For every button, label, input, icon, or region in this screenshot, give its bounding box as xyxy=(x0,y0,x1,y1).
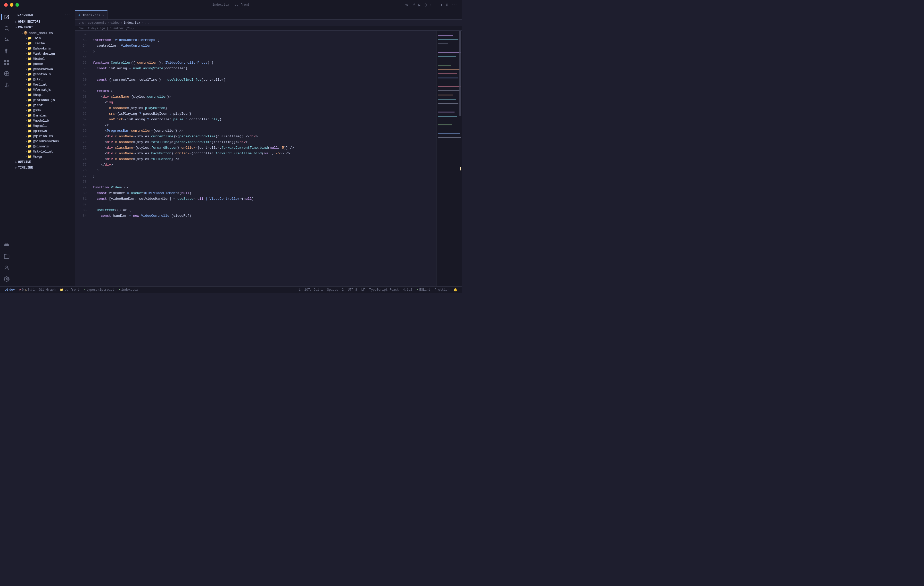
csstools-icon: 📁 xyxy=(28,72,32,76)
tree-cache[interactable]: ▶ 📁 .cache xyxy=(13,41,75,46)
explorer-title: EXPLORER xyxy=(18,13,33,16)
minimize-button[interactable] xyxy=(10,3,13,7)
status-eol[interactable]: LF xyxy=(359,286,367,293)
npmcli-icon: 📁 xyxy=(28,124,32,128)
open-editors-label: OPEN EDITORS xyxy=(18,20,40,24)
activity-files[interactable] xyxy=(2,251,12,262)
svg-rect-30 xyxy=(459,31,461,116)
tree-bin[interactable]: ▶ 📁 .bin xyxy=(13,36,75,41)
sidebar-more-icon[interactable]: ··· xyxy=(64,13,71,17)
tree-jest[interactable]: ▶ 📁 @jest xyxy=(13,102,75,108)
tree-ahooksjs[interactable]: ▶ 📁 @ahooksjs xyxy=(13,46,75,51)
outline-label: OUTLINE xyxy=(18,160,31,164)
tree-sindresorhus[interactable]: ▶ 📁 @sindresorhus xyxy=(13,139,75,144)
status-errors[interactable]: ⊗ 0 ⚠ 0 ℹ 1 xyxy=(17,286,37,293)
sidebar-section-timeline[interactable]: ▶ TIMELINE xyxy=(13,165,75,171)
status-branch[interactable]: ⎇ dev xyxy=(3,286,17,293)
tree-pmmmwh[interactable]: ▶ 📁 @pmmmwh xyxy=(13,128,75,133)
status-ts-version[interactable]: 4.1.2 xyxy=(401,286,414,293)
svg-rect-14 xyxy=(438,52,461,53)
tree-istanbuljs[interactable]: ▶ 📁 @istanbuljs xyxy=(13,97,75,102)
status-position[interactable]: Ln 107, Col 1 xyxy=(297,286,325,293)
tree-ctrl[interactable]: ▶ 📁 @ctrl xyxy=(13,77,75,82)
tree-stylelint[interactable]: ▶ 📁 @stylelint xyxy=(13,149,75,154)
code-editor[interactable]: interface IVideoControllerProps { contro… xyxy=(89,31,436,286)
sidebar-header: EXPLORER ··· xyxy=(13,10,75,19)
status-typescript-check[interactable]: ✓ typescriptreact xyxy=(81,286,116,293)
activity-docker[interactable] xyxy=(2,240,12,250)
code-line-62: return ( xyxy=(93,88,436,94)
tree-mdn[interactable]: ▶ 📁 @mdn xyxy=(13,108,75,113)
more-actions-icon[interactable]: ··· xyxy=(451,3,458,7)
svg-rect-5 xyxy=(7,63,9,65)
maximize-button[interactable] xyxy=(15,3,19,7)
code-line-67: onClick={isPlaying ? controller.pause : … xyxy=(93,117,436,122)
breadcrumb-src[interactable]: src xyxy=(78,21,84,25)
activity-anchor[interactable] xyxy=(2,80,12,90)
activity-settings[interactable] xyxy=(2,274,12,284)
split-editor-icon[interactable]: ⧉ xyxy=(446,3,448,7)
status-file-check[interactable]: ✓ index.tsx xyxy=(116,286,140,293)
activity-run-debug[interactable] xyxy=(2,46,12,56)
tree-sinonjs[interactable]: ▶ 📁 @sinonjs xyxy=(13,144,75,149)
tree-nodelib[interactable]: ▶ 📁 @nodelib xyxy=(13,118,75,123)
tree-node-modules[interactable]: ▶ 📦 node_modules xyxy=(13,30,75,36)
status-bell[interactable]: 🔔 xyxy=(451,286,459,293)
sidebar-section-open-editors[interactable]: ▶ OPEN EDITORS xyxy=(13,19,75,25)
run-icon[interactable]: ▶ xyxy=(418,3,421,7)
tab-bar: ◈ index.tsx ✕ xyxy=(75,10,462,20)
activity-account[interactable] xyxy=(2,263,12,273)
istanbuljs-icon: 📁 xyxy=(28,98,32,102)
tree-formatjs[interactable]: ▶ 📁 @formatjs xyxy=(13,87,75,92)
status-git-graph[interactable]: Git Graph xyxy=(37,286,58,293)
sidebar-content[interactable]: ▶ OPEN EDITORS ▶ CO-FRONT ▶ 📦 node_modul… xyxy=(13,19,75,286)
sidebar-section-outline[interactable]: ▶ OUTLINE xyxy=(13,159,75,165)
tree-babel[interactable]: ▶ 📁 @babel xyxy=(13,56,75,61)
back-nav-icon[interactable]: ← xyxy=(430,3,432,7)
breadcrumb-file[interactable]: index.tsx xyxy=(124,21,140,25)
status-remote-folder[interactable]: 📁 co-front xyxy=(58,286,82,293)
download-icon[interactable]: ⬇ xyxy=(441,3,442,7)
editor-wrapper: You, 2 days ago | 1 author (You) 52 53 5… xyxy=(75,26,462,286)
status-eslint[interactable]: ✓ ESLint xyxy=(414,286,432,293)
history-icon[interactable]: ⟲ xyxy=(405,3,408,7)
tree-svgr[interactable]: ▶ 📁 @svgr xyxy=(13,154,75,159)
breadcrumb-sep-2: › xyxy=(107,21,109,25)
activity-search[interactable] xyxy=(2,23,12,33)
spaces-text: Spaces: 2 xyxy=(327,288,344,292)
breadcrumb-video[interactable]: video xyxy=(111,21,120,25)
tab-index-tsx[interactable]: ◈ index.tsx ✕ xyxy=(75,10,107,19)
tree-ant-design[interactable]: ▶ 📁 @ant-design xyxy=(13,51,75,56)
code-line-81: const [videoHandler, setVideoHandler] = … xyxy=(93,196,436,202)
tree-bcoe[interactable]: ▶ 📁 @bcoe xyxy=(13,61,75,66)
status-encoding[interactable]: UTF-8 xyxy=(346,286,359,293)
tree-npmcli[interactable]: ▶ 📁 @npmcli xyxy=(13,123,75,128)
tree-cnakazawa[interactable]: ▶ 📁 @cnakazawa xyxy=(13,66,75,72)
activity-extensions[interactable] xyxy=(2,57,12,67)
status-spaces[interactable]: Spaces: 2 xyxy=(325,286,346,293)
tree-hapi[interactable]: ▶ 📁 @hapi xyxy=(13,92,75,97)
code-line-78 xyxy=(93,179,436,185)
debug-icon[interactable]: ⬡ xyxy=(424,3,427,7)
activity-remote[interactable] xyxy=(2,69,12,79)
activity-source-control[interactable] xyxy=(2,35,12,45)
tree-mrmlnc[interactable]: ▶ 📁 @mrmlnc xyxy=(13,113,75,118)
minimap[interactable] xyxy=(436,31,462,286)
branch-icon[interactable]: ⎇ xyxy=(411,3,415,7)
sidebar-section-co-front[interactable]: ▶ CO-FRONT xyxy=(13,25,75,30)
tree-qixian[interactable]: ▶ 📁 @qixian.cs xyxy=(13,133,75,139)
close-button[interactable] xyxy=(4,3,8,7)
status-prettier[interactable]: Prettier xyxy=(432,286,451,293)
status-language[interactable]: TypeScript React xyxy=(367,286,401,293)
breadcrumb-components[interactable]: components xyxy=(88,21,106,25)
code-line-82 xyxy=(93,202,436,207)
code-line-83: useEffect(() => { xyxy=(93,207,436,213)
tree-csstools[interactable]: ▶ 📁 @csstools xyxy=(13,72,75,77)
co-front-arrow: ▶ xyxy=(15,27,18,28)
activity-explorer[interactable] xyxy=(2,12,12,22)
forward-nav-icon[interactable]: → xyxy=(435,3,437,7)
tab-close-button[interactable]: ✕ xyxy=(102,13,104,17)
tree-eslint[interactable]: ▶ 📁 @eslint xyxy=(13,82,75,87)
prettier-label: Prettier xyxy=(434,288,449,292)
breadcrumb-more[interactable]: ... xyxy=(144,21,150,25)
